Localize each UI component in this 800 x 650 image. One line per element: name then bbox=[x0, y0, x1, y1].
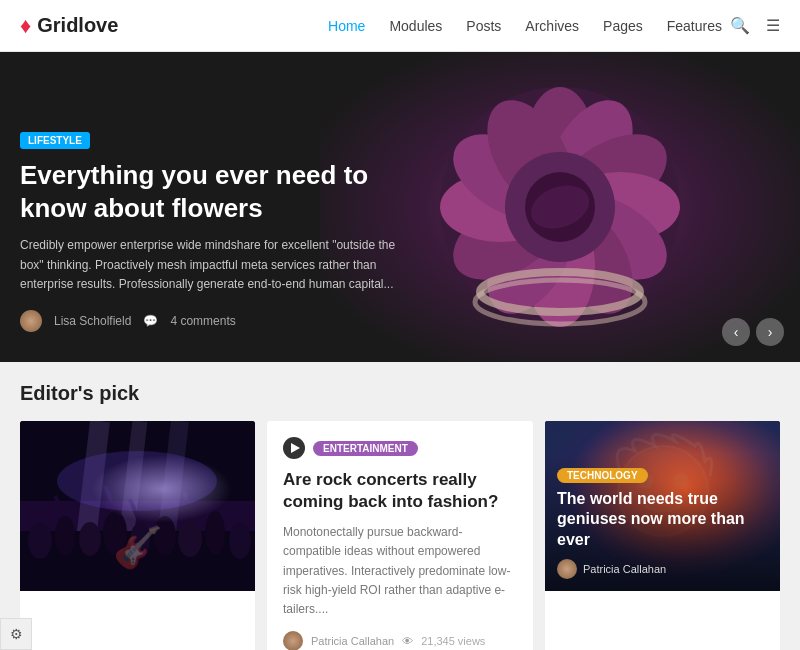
einstein-meta: Patricia Callahan bbox=[557, 559, 768, 579]
concert-article-card: ENTERTAINMENT Are rock concerts really c… bbox=[267, 421, 533, 650]
svg-point-24 bbox=[28, 523, 52, 559]
main-nav: Home Modules Posts Archives Pages Featur… bbox=[328, 18, 722, 34]
card-tag-row: ENTERTAINMENT bbox=[283, 437, 517, 459]
einstein-author-avatar bbox=[557, 559, 577, 579]
svg-line-34 bbox=[105, 486, 115, 511]
nav-item-features[interactable]: Features bbox=[667, 18, 722, 34]
hero-excerpt: Credibly empower enterprise wide mindsha… bbox=[20, 236, 420, 294]
concert-card-title: Are rock concerts really coming back int… bbox=[283, 469, 517, 513]
nav-item-modules[interactable]: Modules bbox=[389, 18, 442, 34]
nav-item-archives[interactable]: Archives bbox=[525, 18, 579, 34]
search-button[interactable]: 🔍 bbox=[730, 16, 750, 35]
flower-svg bbox=[410, 57, 710, 357]
logo[interactable]: ♦ Gridlove bbox=[20, 13, 118, 39]
svg-point-31 bbox=[205, 511, 225, 555]
logo-icon: ♦ bbox=[20, 13, 31, 39]
nav-item-posts[interactable]: Posts bbox=[466, 18, 501, 34]
svg-point-32 bbox=[229, 523, 251, 559]
concert-image bbox=[20, 421, 255, 591]
svg-point-27 bbox=[103, 511, 127, 555]
main-content: Editor's pick bbox=[0, 362, 800, 650]
concert-author-avatar bbox=[283, 631, 303, 650]
hero-content: LIFESTYLE Everything you ever need to kn… bbox=[0, 130, 440, 362]
play-button[interactable] bbox=[283, 437, 305, 459]
hero-navigation: ‹ › bbox=[722, 318, 784, 346]
header: ♦ Gridlove Home Modules Posts Archives P… bbox=[0, 0, 800, 52]
svg-point-30 bbox=[178, 521, 202, 557]
comment-icon: 💬 bbox=[143, 314, 158, 328]
concert-views: 21,345 views bbox=[421, 635, 485, 647]
svg-point-26 bbox=[79, 522, 101, 556]
einstein-card: TECHNOLOGY The world needs true geniuses… bbox=[545, 421, 780, 650]
nav-item-home[interactable]: Home bbox=[328, 18, 365, 34]
hero-meta: Lisa Scholfield 💬 4 comments bbox=[20, 310, 420, 332]
views-icon: 👁 bbox=[402, 635, 413, 647]
einstein-overlay: TECHNOLOGY The world needs true geniuses… bbox=[545, 453, 780, 591]
einstein-author-name: Patricia Callahan bbox=[583, 563, 666, 575]
svg-point-29 bbox=[154, 516, 176, 556]
hero-tag: LIFESTYLE bbox=[20, 132, 90, 149]
svg-line-36 bbox=[185, 493, 190, 519]
header-icons: 🔍 ☰ bbox=[730, 16, 780, 35]
editors-pick-grid: ENTERTAINMENT Are rock concerts really c… bbox=[20, 421, 780, 650]
technology-tag: TECHNOLOGY bbox=[557, 468, 648, 483]
concert-image-card bbox=[20, 421, 255, 650]
hero-section: LIFESTYLE Everything you ever need to kn… bbox=[0, 52, 800, 362]
nav-item-pages[interactable]: Pages bbox=[603, 18, 643, 34]
concert-author-name: Patricia Callahan bbox=[311, 635, 394, 647]
editors-pick-title: Editor's pick bbox=[20, 382, 780, 405]
einstein-card-title: The world needs true geniuses now more t… bbox=[557, 489, 768, 551]
author-avatar bbox=[20, 310, 42, 332]
comment-count: 4 comments bbox=[170, 314, 235, 328]
hero-prev-button[interactable]: ‹ bbox=[722, 318, 750, 346]
einstein-image: TECHNOLOGY The world needs true geniuses… bbox=[545, 421, 780, 591]
svg-point-28 bbox=[130, 523, 150, 559]
svg-point-25 bbox=[55, 516, 75, 556]
entertainment-tag: ENTERTAINMENT bbox=[313, 441, 418, 456]
einstein-tag-row: TECHNOLOGY bbox=[557, 465, 768, 483]
author-name: Lisa Scholfield bbox=[54, 314, 131, 328]
settings-button[interactable]: ⚙ bbox=[0, 618, 32, 650]
menu-button[interactable]: ☰ bbox=[766, 16, 780, 35]
logo-text: Gridlove bbox=[37, 14, 118, 37]
svg-point-37 bbox=[57, 451, 217, 511]
hero-title: Everything you ever need to know about f… bbox=[20, 159, 420, 224]
concert-card-meta: Patricia Callahan 👁 21,345 views bbox=[283, 631, 517, 650]
concert-card-excerpt: Monotonectally pursue backward-compatibl… bbox=[283, 523, 517, 619]
svg-line-35 bbox=[130, 499, 140, 523]
hero-next-button[interactable]: › bbox=[756, 318, 784, 346]
play-icon bbox=[291, 443, 300, 453]
concert-svg bbox=[20, 421, 255, 591]
